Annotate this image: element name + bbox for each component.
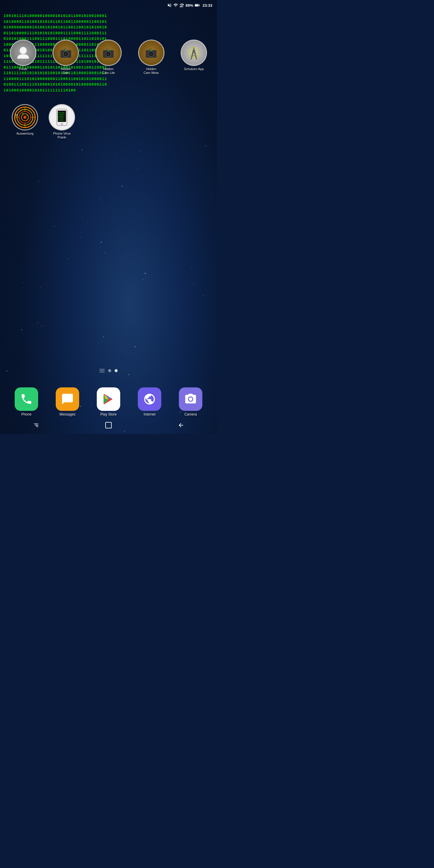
app-schutzen[interactable]: Schutzen App [178, 39, 210, 71]
svg-point-25 [151, 53, 152, 55]
battery-level: 89% [186, 3, 193, 8]
dock-messages[interactable]: Messages [53, 388, 82, 416]
status-bar: 89% 23:33 [0, 0, 217, 10]
app-hidden-cam-lite-label: HiddenCam Lite [102, 67, 115, 75]
back-button[interactable] [170, 418, 191, 432]
messages-icon [61, 393, 74, 406]
svg-text:11010011: 11010011 [58, 114, 64, 115]
svg-point-58 [61, 123, 63, 125]
frindr-icon-graphic [14, 44, 32, 62]
app-auswertung[interactable]: 50 Auswertung [9, 104, 41, 135]
binary-line: 1010000110100101010110110011000001100101 [3, 19, 214, 25]
schutzen-icon-graphic [185, 44, 203, 62]
hidden-cam-icon-graphic [58, 45, 74, 61]
dock-messages-label: Messages [60, 412, 76, 416]
camera-icon [184, 393, 197, 406]
page-indicator [0, 369, 217, 372]
app-frindr[interactable]: Frindr [7, 39, 39, 71]
clock: 23:33 [203, 3, 212, 8]
app-row-1: Frindr HiddenCam [3, 39, 214, 75]
status-icons: 89% 23:33 [167, 3, 212, 8]
internet-icon [143, 393, 156, 406]
app-hidden-cam-label: HiddenCam [61, 67, 71, 75]
app-row-2: 50 Auswertung 01001100 11010011 0100001 … [3, 104, 214, 139]
dock-internet-label: Internet [144, 412, 156, 416]
svg-rect-3 [183, 4, 183, 7]
back-icon [178, 422, 184, 428]
virus-prank-icon-graphic: 01001100 11010011 0100001 0110010 010000… [52, 107, 72, 128]
svg-point-50 [27, 115, 28, 116]
svg-point-43 [24, 116, 26, 119]
wifi-icon [173, 3, 178, 8]
app-frindr-label: Frindr [19, 67, 27, 71]
page-dot-inactive [108, 369, 111, 372]
app-virus-prank-label: Phone VirusPrank [53, 132, 71, 139]
svg-rect-0 [180, 6, 180, 7]
app-virus-prank[interactable]: 01001100 11010011 0100001 0110010 010000… [46, 104, 78, 139]
page-dot-lines [99, 369, 105, 372]
dock-playstore-label: Play Store [100, 412, 116, 416]
binary-line: 0110100001110101010100011110001111000111 [3, 30, 214, 36]
svg-rect-1 [181, 6, 181, 7]
binary-line: 1001011101000001000010101011001010010001 [3, 13, 214, 19]
svg-point-7 [20, 47, 27, 54]
svg-text:0100001: 0100001 [58, 116, 64, 117]
playstore-icon [102, 393, 115, 406]
recent-apps-button[interactable] [26, 418, 46, 432]
binary-line: 1100001110101000000011000110010101000011 [3, 76, 214, 82]
svg-text:0110010: 0110010 [58, 117, 64, 119]
svg-text:0100001: 0100001 [58, 119, 64, 121]
signal-icon [180, 3, 184, 8]
app-hidden-cam[interactable]: HiddenCam [50, 39, 82, 75]
dock-camera-label: Camera [184, 412, 197, 416]
svg-point-49 [22, 113, 24, 114]
binary-line: 0100000000010100101001011001100101010010 [3, 24, 214, 30]
binary-line: 1010001000010101111111110100 [3, 87, 214, 93]
dock-camera[interactable]: Camera [176, 388, 205, 416]
svg-text:50: 50 [15, 114, 18, 117]
auswertung-icon-graphic: 50 [13, 105, 37, 129]
bottom-nav-bar [0, 416, 217, 434]
svg-point-18 [108, 53, 109, 55]
app-auswertung-label: Auswertung [17, 132, 33, 135]
hidden-cam-wear-icon-graphic [143, 45, 159, 61]
dock: Phone Messages Play Store [0, 388, 217, 416]
dock-phone[interactable]: Phone [12, 388, 41, 416]
mute-icon [167, 3, 172, 8]
app-schutzen-label: Schutzen App [184, 67, 204, 71]
binary-line: 0100111001110100001010100001010000000110 [3, 82, 214, 87]
svg-text:01001100: 01001100 [58, 112, 64, 114]
home-icon [105, 422, 112, 428]
svg-rect-6 [195, 4, 198, 6]
dock-phone-label: Phone [22, 412, 32, 416]
app-hidden-cam-lite[interactable]: HiddenCam Lite [92, 39, 125, 75]
recent-icon [33, 422, 39, 428]
app-hidden-cam-wear[interactable]: S3 HiddenCam Wear [135, 39, 167, 75]
hidden-cam-lite-icon-graphic [100, 45, 116, 61]
home-button[interactable] [98, 418, 119, 432]
svg-point-11 [65, 53, 67, 55]
dock-internet[interactable]: Internet [135, 388, 164, 416]
svg-rect-31 [192, 53, 195, 53]
app-hidden-cam-wear-label: HiddenCam Wear [144, 67, 159, 75]
svg-rect-5 [199, 5, 200, 6]
phone-icon [20, 393, 33, 406]
page-dot-active [115, 369, 118, 372]
battery-icon [195, 3, 200, 7]
svg-rect-2 [182, 5, 182, 7]
dock-playstore[interactable]: Play Store [94, 388, 123, 416]
